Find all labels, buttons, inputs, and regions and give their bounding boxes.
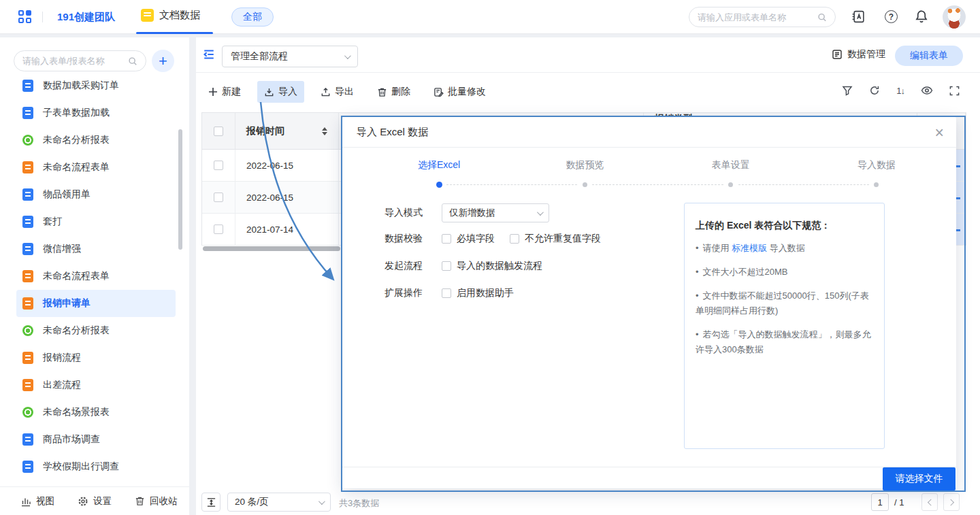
- views-label: 视图: [36, 495, 54, 508]
- row-checkbox[interactable]: [214, 193, 223, 202]
- ext-label: 扩展操作: [385, 287, 424, 299]
- sidebar-form-item[interactable]: 未命名分析报表: [16, 317, 176, 344]
- chevron-left-icon: [927, 499, 934, 505]
- form-item-label: 学校假期出行调查: [43, 461, 119, 473]
- batch-edit-button[interactable]: 批量修改: [427, 81, 493, 103]
- form-item-label: 子表单数据加载: [43, 107, 110, 119]
- select-all-checkbox[interactable]: [214, 127, 223, 136]
- modal-footer: [342, 467, 956, 488]
- form-item-label: 微信增强: [43, 243, 81, 255]
- refresh-icon[interactable]: [869, 85, 880, 96]
- sidebar-scrollbar[interactable]: [178, 129, 182, 250]
- address-book-icon[interactable]: [851, 10, 866, 24]
- global-search-input[interactable]: [698, 12, 817, 22]
- global-search[interactable]: [689, 7, 836, 27]
- horizontal-scrollbar[interactable]: [203, 246, 340, 251]
- search-icon: [817, 12, 827, 22]
- row-checkbox[interactable]: [214, 161, 223, 170]
- import-mode-select[interactable]: 仅新增数据: [442, 203, 549, 222]
- flow-scope-value: 管理全部流程: [231, 50, 288, 63]
- table-toolbar: 新建 导入 导出 删除 批量修改: [201, 80, 493, 104]
- sidebar-search-input[interactable]: [22, 56, 128, 66]
- sidebar-form-item[interactable]: 未命名流程表单: [16, 154, 176, 181]
- sidebar-form-item[interactable]: 报销流程: [16, 344, 176, 371]
- eye-icon[interactable]: [921, 85, 933, 96]
- sidebar-form-item[interactable]: 出差流程: [16, 371, 176, 399]
- chevron-right-icon: [947, 499, 954, 505]
- form-item-label: 未命名分析报表: [43, 325, 110, 337]
- new-record-button[interactable]: 新建: [201, 81, 248, 103]
- checkbox[interactable]: [442, 261, 451, 271]
- recycle-label: 回收站: [150, 495, 178, 508]
- step-label-1: 选择Excel: [366, 159, 512, 171]
- sidebar-form-item[interactable]: 套打: [16, 208, 176, 235]
- form-icon: [22, 407, 33, 418]
- sidebar-form-item[interactable]: [16, 480, 176, 486]
- import-excel-modal: 导入 Excel 数据 × 选择Excel 数据预览 表单设置 导入数据 导入模…: [342, 117, 956, 488]
- sidebar-footer: 视图 设置 回收站: [0, 486, 189, 515]
- settings-button[interactable]: 设置: [78, 495, 112, 508]
- data-assistant-option[interactable]: 启用数据助手: [442, 287, 514, 299]
- fullscreen-icon[interactable]: [949, 86, 960, 96]
- row-checkbox[interactable]: [214, 225, 223, 234]
- trigger-flow-option[interactable]: 导入的数据触发流程: [442, 260, 542, 272]
- top-bar: 191创建团队 文档数据 全部 ?: [0, 0, 980, 34]
- import-button[interactable]: 导入: [257, 81, 304, 103]
- form-icon: [22, 161, 33, 173]
- settings-label: 设置: [93, 495, 112, 508]
- choose-file-button[interactable]: 请选择文件: [883, 467, 956, 491]
- column-header-time[interactable]: 报销时间: [235, 113, 339, 150]
- views-button[interactable]: 视图: [20, 495, 54, 508]
- sidebar-form-item[interactable]: 物品领用单: [16, 181, 176, 208]
- form-item-label: 未命名流程表单: [43, 270, 110, 282]
- sidebar-form-item[interactable]: 未命名流程表单: [16, 263, 176, 290]
- checkbox[interactable]: [442, 288, 451, 298]
- export-button[interactable]: 导出: [314, 81, 361, 103]
- sidebar-form-item[interactable]: 微信增强: [16, 235, 176, 263]
- team-name[interactable]: 191创建团队: [57, 11, 115, 24]
- sidebar-form-item[interactable]: 未命名场景报表: [16, 399, 176, 426]
- sort-order-icon[interactable]: 1↓: [896, 86, 904, 96]
- cell-date: 2021-07-14: [235, 214, 339, 246]
- sidebar-form-item[interactable]: 子表单数据加载: [16, 99, 176, 127]
- form-item-label: 数据加载采购订单: [43, 80, 119, 92]
- data-manage-icon: [832, 49, 843, 60]
- no-duplicate-option[interactable]: 不允许重复值字段: [510, 233, 601, 245]
- checkbox[interactable]: [442, 234, 451, 244]
- form-icon: [22, 297, 33, 310]
- collapse-sidebar-icon[interactable]: [203, 48, 215, 61]
- scope-all-pill[interactable]: 全部: [231, 7, 274, 27]
- sidebar-form-item[interactable]: 未命名分析报表: [16, 127, 176, 154]
- delete-button[interactable]: 删除: [370, 81, 417, 103]
- form-item-label: 报销申请单: [43, 297, 91, 310]
- prev-page-button[interactable]: [921, 493, 938, 511]
- sidebar-form-item[interactable]: 商品市场调查: [16, 426, 176, 453]
- form-icon: [22, 270, 33, 282]
- page-number-input[interactable]: [871, 493, 889, 511]
- page-size-select[interactable]: 20 条/页: [227, 493, 331, 512]
- step-label-4: 导入数据: [804, 159, 949, 171]
- sidebar-form-item[interactable]: 报销申请单: [16, 290, 176, 317]
- data-manage-button[interactable]: 数据管理: [832, 48, 885, 61]
- active-tab-underline: [136, 32, 213, 34]
- sidebar-search[interactable]: [14, 50, 146, 71]
- help-icon[interactable]: ?: [885, 10, 898, 23]
- row-height-button[interactable]: [201, 493, 220, 512]
- sort-arrows-icon[interactable]: [322, 127, 327, 135]
- next-page-button[interactable]: [943, 493, 960, 511]
- user-avatar[interactable]: [943, 5, 966, 29]
- sidebar-form-item[interactable]: 数据加载采购订单: [16, 72, 176, 99]
- apps-grid-icon[interactable]: [18, 10, 33, 24]
- add-form-button[interactable]: +: [152, 50, 174, 72]
- required-field-option[interactable]: 必填字段: [442, 233, 495, 245]
- edit-form-button[interactable]: 编辑表单: [895, 46, 963, 66]
- sidebar-form-item[interactable]: 学校假期出行调查: [16, 453, 176, 480]
- checkbox[interactable]: [510, 234, 519, 244]
- close-icon[interactable]: ×: [932, 122, 947, 144]
- flow-scope-select[interactable]: 管理全部流程: [222, 46, 358, 67]
- standard-template-link[interactable]: 标准模版: [732, 243, 767, 253]
- filter-icon[interactable]: [842, 85, 853, 96]
- tab-document-data[interactable]: 文档数据: [141, 9, 200, 22]
- recycle-bin-button[interactable]: 回收站: [135, 495, 178, 508]
- form-list: 数据加载采购订单 子表单数据加载 未命名分析报表 未命名流程表单 物品领用单 套…: [5, 72, 184, 486]
